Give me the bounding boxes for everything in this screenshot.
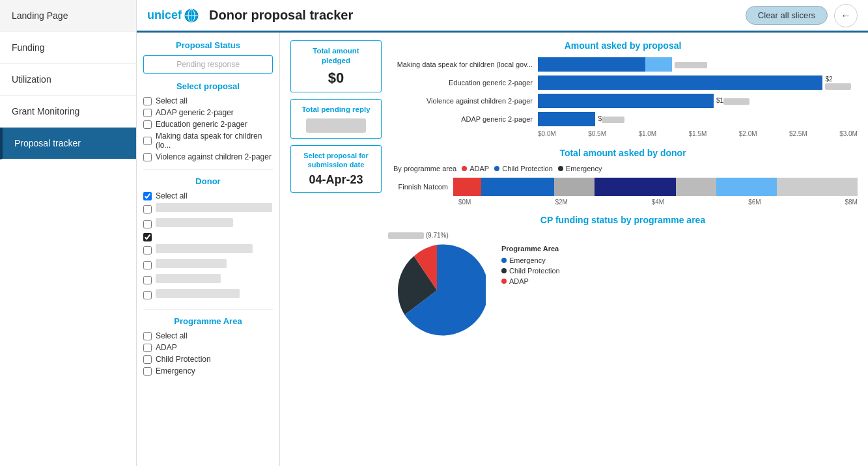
proposal-checkbox-select-all[interactable] — [143, 97, 152, 105]
donor-seg-blur3 — [777, 178, 858, 196]
proposal-status-placeholder: Pending response — [176, 60, 240, 69]
proposal-checkbox-making-data[interactable] — [143, 137, 152, 145]
sidebar-item-grant-monitoring[interactable]: Grant Monitoring — [0, 96, 136, 128]
donor-check-4[interactable] — [143, 244, 273, 256]
donor-checkbox-6[interactable] — [143, 276, 152, 284]
donor-check-1[interactable] — [143, 203, 273, 215]
axis-25: $2.5M — [789, 130, 807, 137]
date-value: 04-Apr-23 — [299, 173, 373, 187]
donor-label-2-blurred — [156, 218, 233, 227]
proposal-label-adap: ADAP generic 2-pager — [156, 108, 234, 117]
proposal-label-violence: Violence against children 2-pager — [156, 152, 272, 161]
proposal-label-select-all: Select all — [156, 96, 188, 105]
proposal-status-title: Proposal Status — [143, 40, 273, 50]
pa-check-child-protection[interactable]: Child Protection — [143, 355, 273, 364]
donor-check-6[interactable] — [143, 274, 273, 286]
left-filter-panel: Proposal Status Pending response Select … — [137, 33, 280, 466]
cp-label-cp: Child Protection — [509, 267, 560, 275]
donor-legend-row: By programme area ADAP Child Protection … — [388, 165, 858, 172]
charts-area: Amount asked by proposal Making data spe… — [388, 40, 858, 352]
donor-check-5[interactable] — [143, 259, 273, 271]
donor-checkbox-7[interactable] — [143, 291, 152, 299]
divider-1 — [143, 169, 273, 170]
cp-pie-chart — [388, 241, 486, 339]
proposal-check-adap[interactable]: ADAP generic 2-pager — [143, 108, 273, 117]
donor-seg-blur2 — [676, 178, 716, 196]
donor-label-5-blurred — [156, 259, 227, 268]
unicef-globe-icon — [184, 8, 199, 23]
proposal-checkbox-violence[interactable] — [143, 153, 152, 161]
legend-label-adap: ADAP — [469, 165, 489, 172]
proposal-check-select-all[interactable]: Select all — [143, 96, 273, 105]
right-content-area: Total amount pledged $0 Total pending re… — [280, 33, 868, 466]
bar-wrapper-making-data — [538, 57, 858, 72]
bar-value-adap: $ — [598, 115, 624, 122]
pa-label-emergency: Emergency — [156, 366, 195, 376]
pa-checkbox-emergency[interactable] — [143, 367, 152, 376]
donor-check-7[interactable] — [143, 289, 273, 301]
date-select-card: Select proposal for submission date 04-A… — [290, 145, 382, 193]
clear-slicers-button[interactable]: Clear all slicers — [746, 6, 828, 25]
total-by-donor-chart: Total amount asked by donor By programme… — [388, 148, 858, 206]
pa-check-adap[interactable]: ADAP — [143, 343, 273, 352]
pa-label-adap: ADAP — [156, 343, 177, 352]
proposal-label-education: Education generic 2-pager — [156, 120, 247, 129]
cp-pie-wrapper: (9.71%) — [388, 232, 486, 342]
donor-checkbox-1[interactable] — [143, 205, 152, 213]
proposal-label-making-data: Making data speak for children (lo... — [156, 131, 273, 150]
donor-checkbox-3[interactable] — [143, 233, 152, 241]
date-select-title: Select proposal for submission date — [299, 151, 373, 170]
donor-checkbox-4[interactable] — [143, 246, 152, 254]
sidebar-item-utilization[interactable]: Utilization — [0, 64, 136, 96]
cp-legend-item-cp: Child Protection — [501, 267, 560, 275]
proposal-check-making-data[interactable]: Making data speak for children (lo... — [143, 131, 273, 150]
donor-check-select-all[interactable]: Select all — [143, 191, 273, 200]
pa-checkbox-select-all[interactable] — [143, 332, 152, 340]
proposal-checkbox-education[interactable] — [143, 120, 152, 129]
axis-15: $1.5M — [689, 130, 707, 137]
legend-dot-child-protection — [494, 166, 499, 171]
proposal-status-dropdown[interactable]: Pending response — [143, 55, 273, 74]
donor-label-1-blurred — [156, 203, 272, 212]
axis-1: $1.0M — [638, 130, 656, 137]
cp-dot-cp — [501, 268, 507, 273]
sidebar-item-proposal-tracker[interactable]: Proposal tracker — [0, 128, 136, 159]
donor-label-finnish-natcom: Finnish Natcom — [388, 183, 453, 191]
divider-2 — [143, 309, 273, 310]
pa-label-child-protection: Child Protection — [156, 355, 211, 364]
axis-0: $0.0M — [538, 130, 556, 137]
donor-checkbox-select-all[interactable] — [143, 192, 152, 200]
pa-label-select-all: Select all — [156, 331, 188, 340]
sidebar-item-funding[interactable]: Funding — [0, 32, 136, 64]
sidebar-item-landing-page[interactable]: Landing Page — [0, 0, 136, 32]
cp-annotation: (9.71%) — [388, 232, 486, 239]
donor-legend-prefix: By programme area — [393, 165, 456, 172]
pa-checkbox-child-protection[interactable] — [143, 355, 152, 364]
pa-check-emergency[interactable]: Emergency — [143, 366, 273, 376]
pa-check-select-all[interactable]: Select all — [143, 331, 273, 340]
cp-dot-emergency — [501, 258, 507, 263]
donor-checkbox-5[interactable] — [143, 261, 152, 269]
bar-value-education: $2 — [825, 75, 858, 90]
bar-value-violence: $1 — [716, 97, 749, 104]
donor-seg-blur1 — [554, 178, 595, 196]
cp-funding-title: CP funding status by programme area — [388, 215, 858, 225]
donor-checkbox-2[interactable] — [143, 220, 152, 228]
bar-chart-proposals: Making data speak for children (local go… — [388, 57, 858, 126]
donor-checkbox-list: Select all — [143, 191, 273, 301]
programme-area-checkbox-list: Select all ADAP Child Protection Emergen… — [143, 331, 273, 376]
bar-chart-axis: $0.0M $0.5M $1.0M $1.5M $2.0M $2.5M $3.0… — [388, 130, 858, 137]
donor-check-2[interactable] — [143, 218, 273, 230]
donor-check-3[interactable] — [143, 233, 273, 241]
cp-funding-body: (9.71%) — [388, 232, 858, 342]
bar-row-adap: ADAP generic 2-pager $ — [388, 112, 858, 126]
axis-2: $2.0M — [739, 130, 757, 137]
total-pledged-card: Total amount pledged $0 — [290, 40, 382, 92]
donor-bar-axis: $0M $2M $4M $6M $8M — [388, 199, 858, 206]
pa-checkbox-adap[interactable] — [143, 344, 152, 352]
back-button[interactable]: ← — [834, 4, 858, 27]
proposal-check-education[interactable]: Education generic 2-pager — [143, 120, 273, 129]
proposal-checkbox-adap[interactable] — [143, 109, 152, 117]
proposal-check-violence[interactable]: Violence against children 2-pager — [143, 152, 273, 161]
cp-annotation-blurred — [388, 232, 424, 239]
